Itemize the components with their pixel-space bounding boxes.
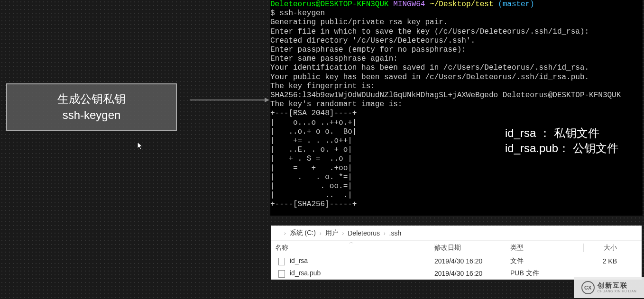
logo-en: CHUANG XIN HU LIAN (598, 290, 637, 293)
terminal-line: | ..E. . o. + o| (270, 145, 352, 154)
terminal-line: | ..o.+ o o. Bo| (270, 127, 357, 136)
column-header-size[interactable]: 大小 (584, 244, 631, 252)
key-file-annotation: id_rsa ： 私钥文件 id_rsa.pub： 公钥文件 (505, 126, 618, 156)
terminal-line: | = + .+oo| (270, 164, 352, 172)
file-icon (278, 270, 285, 278)
logo-cn: 创新互联 (598, 282, 637, 289)
file-date: 2019/4/30 16:20 (434, 257, 510, 265)
terminal-line: | .. .| (270, 191, 352, 199)
file-date: 2019/4/30 16:20 (434, 270, 510, 277)
terminal-line: | . . o. *=| (270, 173, 352, 181)
keygen-label-box: 生成公钥私钥 ssh-keygen (6, 83, 177, 131)
terminal-user: Deleteorus@DESKTOP-KFN3QUK (270, 0, 389, 9)
chevron-right-icon: › (342, 230, 344, 236)
terminal-line: | + . S = ..o | (270, 154, 352, 163)
terminal-line: The key's randomart image is: (270, 100, 402, 109)
breadcrumb-item[interactable]: .ssh (389, 229, 402, 237)
terminal-line: Generating public/private rsa key pair. (270, 18, 448, 27)
breadcrumb-item[interactable]: 系统 (C:) (290, 229, 316, 237)
explorer-header-row: ︿ 名称 修改日期 类型 大小 (271, 241, 642, 255)
file-name: id_rsa (290, 257, 308, 264)
terminal-branch: (master) (498, 0, 534, 9)
chevron-right-icon: › (320, 230, 322, 236)
terminal-line: | o...o ..++o.+| (270, 118, 357, 127)
terminal-line: Enter same passphrase again: (270, 54, 398, 63)
terminal-line: SHA256:l34b9ew1WjOdWDUudNZlGqUNkHDhagSL+… (270, 91, 621, 100)
file-name: id_rsa.pub (290, 269, 321, 277)
chevron-right-icon: › (384, 230, 386, 236)
watermark-logo: CX 创新互联 CHUANG XIN HU LIAN (574, 277, 644, 298)
mouse-cursor-icon (137, 142, 144, 150)
breadcrumb-item[interactable]: 用户 (325, 229, 339, 237)
terminal-line: Created directory '/c/Users/Deleteorus/.… (270, 36, 475, 45)
logo-mark-icon: CX (581, 281, 595, 294)
file-icon (278, 258, 285, 265)
annotation-line1: id_rsa ： 私钥文件 (505, 126, 618, 141)
terminal-line: +----[SHA256]-----+ (270, 200, 357, 208)
terminal-line: Enter passphrase (empty for no passphras… (270, 45, 466, 54)
file-explorer: › 系统 (C:) › 用户 › Deleteorus › .ssh ︿ 名称 … (271, 226, 642, 280)
terminal-line: Enter file in which to save the key (/c/… (270, 27, 589, 36)
logo-text: 创新互联 CHUANG XIN HU LIAN (598, 282, 637, 293)
column-header-type[interactable]: 类型 (510, 244, 584, 252)
file-row[interactable]: id_rsa 2019/4/30 16:20 文件 2 KB (271, 255, 642, 267)
terminal-path: ~/Desktop/test (430, 0, 493, 9)
terminal-line: +---[RSA 2048]----+ (270, 109, 357, 118)
terminal-line: | . oo.=| (270, 182, 352, 190)
sort-caret-icon[interactable]: ︿ (349, 239, 354, 245)
terminal-line: Your public key has been saved in /c/Use… (270, 73, 589, 82)
annotation-line2: id_rsa.pub： 公钥文件 (505, 141, 618, 156)
file-type: PUB 文件 (510, 269, 584, 278)
file-type: 文件 (510, 257, 584, 265)
chevron-right-icon: › (284, 230, 286, 236)
terminal-shell: MINGW64 (393, 0, 425, 9)
terminal-command: $ ssh-keygen (270, 9, 325, 18)
column-header-date[interactable]: 修改日期 (434, 244, 510, 252)
terminal-line: | += . . ..o++| (270, 136, 352, 145)
breadcrumb-item[interactable]: Deleteorus (348, 229, 380, 237)
file-size: 2 KB (584, 257, 631, 265)
terminal-line: Your identification has been saved in /c… (270, 63, 589, 72)
terminal-window[interactable]: Deleteorus@DESKTOP-KFN3QUK MINGW64 ~/Des… (270, 0, 643, 216)
label-line1: 生成公钥私钥 (57, 91, 126, 107)
label-line2: ssh-keygen (63, 107, 121, 123)
breadcrumb[interactable]: › 系统 (C:) › 用户 › Deleteorus › .ssh (271, 226, 642, 241)
arrow-icon (190, 100, 266, 100)
terminal-line: The key fingerprint is: (270, 82, 375, 91)
